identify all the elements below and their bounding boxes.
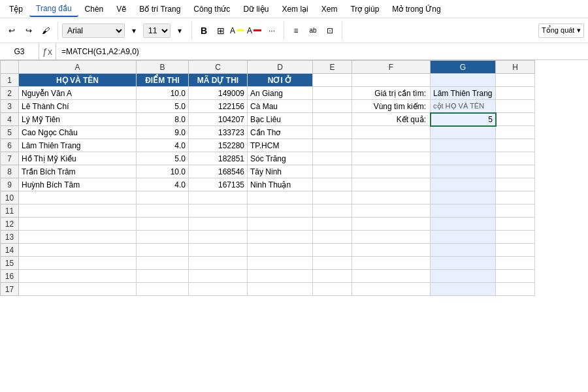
menu-chen[interactable]: Chèn (78, 2, 110, 16)
cell-d4[interactable]: Bạc Liêu (248, 113, 313, 126)
col-header-c[interactable]: C (189, 61, 248, 74)
cell-g6[interactable] (431, 139, 496, 152)
cell-h2 (496, 87, 535, 100)
cell-f5 (352, 126, 431, 139)
wrap-button[interactable]: ⊡ (322, 23, 338, 39)
cell-a9[interactable]: Huỳnh Bích Tâm (19, 178, 137, 191)
size-dropdown-icon: ▾ (172, 23, 188, 39)
formula-bar: G3 ƒx =MATCH(G1,A2:A9,0) (0, 43, 588, 60)
cell-reference[interactable]: G3 (0, 43, 39, 60)
cell-d8[interactable]: Tây Ninh (248, 165, 313, 178)
borders-button[interactable]: ⊞ (213, 23, 229, 39)
menu-trangdau[interactable]: Trang đầu (29, 1, 78, 17)
sheet-table-wrapper[interactable]: A B C D E F G H 1 HỌ VÀ TÊN ĐIỂM THI MÃ … (0, 60, 588, 296)
cell-b3[interactable]: 5.0 (137, 100, 189, 113)
menu-xem[interactable]: Xem (315, 2, 344, 16)
general-dropdown[interactable]: Tổng quát ▾ (538, 24, 584, 38)
table-row: 7 Hồ Thị Mỹ Kiều 5.0 182851 Sóc Trăng (1, 152, 535, 165)
cell-a1[interactable]: HỌ VÀ TÊN (19, 74, 137, 87)
cell-a8[interactable]: Trần Bích Trâm (19, 165, 137, 178)
cell-b7[interactable]: 5.0 (137, 152, 189, 165)
cell-c2[interactable]: 149009 (189, 87, 248, 100)
cell-c4[interactable]: 104207 (189, 113, 248, 126)
font-select[interactable]: Arial (62, 24, 125, 38)
cell-b2[interactable]: 10.0 (137, 87, 189, 100)
col-header-b[interactable]: B (137, 61, 189, 74)
table-row: 10 (1, 191, 535, 204)
cell-d3[interactable]: Cà Mau (248, 100, 313, 113)
cell-g3[interactable]: cột HỌ VÀ TÊN (431, 100, 496, 113)
menu-dulieu[interactable]: Dữ liệu (237, 2, 275, 16)
cell-f2: Giá trị cần tìm: (352, 87, 431, 100)
cell-d1[interactable]: NƠI Ở (248, 74, 313, 87)
col-header-d[interactable]: D (248, 61, 313, 74)
cell-c8[interactable]: 168546 (189, 165, 248, 178)
menu-trogiu[interactable]: Trợ giúp (344, 2, 385, 16)
cell-g9[interactable] (431, 178, 496, 191)
table-row: 9 Huỳnh Bích Tâm 4.0 167135 Ninh Thuận (1, 178, 535, 191)
cell-b5[interactable]: 9.0 (137, 126, 189, 139)
cell-h1 (496, 74, 535, 87)
undo-button[interactable]: ↩ (4, 23, 20, 39)
menu-tep[interactable]: Tệp (3, 2, 29, 16)
table-row: 5 Cao Ngọc Châu 9.0 133723 Cần Thơ (1, 126, 535, 139)
cell-a6[interactable]: Lâm Thiên Trang (19, 139, 137, 152)
formula-input[interactable]: =MATCH(G1,A2:A9,0) (56, 43, 588, 60)
bold-button[interactable]: B (196, 23, 212, 39)
cell-b1[interactable]: ĐIỂM THI (137, 74, 189, 87)
cell-g1[interactable] (431, 74, 496, 87)
cell-b8[interactable]: 10.0 (137, 165, 189, 178)
fill-color-button[interactable]: A (230, 23, 246, 39)
cell-d6[interactable]: TP.HCM (248, 139, 313, 152)
cell-b9[interactable]: 4.0 (137, 178, 189, 191)
cell-a2[interactable]: Nguyễn Văn A (19, 87, 137, 100)
cell-g8[interactable] (431, 165, 496, 178)
cell-a5[interactable]: Cao Ngọc Châu (19, 126, 137, 139)
redo-button[interactable]: ↪ (21, 23, 37, 39)
cell-h5 (496, 126, 535, 139)
cell-d7[interactable]: Sóc Trăng (248, 152, 313, 165)
cell-c1[interactable]: MÃ DỰ THI (189, 74, 248, 87)
menu-botritrang[interactable]: Bố trí Trang (133, 2, 187, 16)
font-color-button[interactable]: A (247, 23, 263, 39)
size-select[interactable]: 11 (143, 24, 171, 38)
table-row: 14 (1, 244, 535, 257)
cell-b4[interactable]: 8.0 (137, 113, 189, 126)
cell-c5[interactable]: 133723 (189, 126, 248, 139)
menu-congthuc[interactable]: Công thức (187, 2, 237, 16)
menu-xemlai[interactable]: Xem lại (275, 2, 314, 16)
cell-c3[interactable]: 122156 (189, 100, 248, 113)
table-row: 15 (1, 257, 535, 270)
row-num-6: 6 (1, 139, 19, 152)
cell-h7 (496, 152, 535, 165)
cell-e6 (313, 139, 352, 152)
cell-c9[interactable]: 167135 (189, 178, 248, 191)
cell-f8 (352, 165, 431, 178)
cell-a4[interactable]: Lý Mỹ Tiên (19, 113, 137, 126)
col-header-g[interactable]: G (431, 61, 496, 74)
col-header-f[interactable]: F (352, 61, 431, 74)
cell-a7[interactable]: Hồ Thị Mỹ Kiều (19, 152, 137, 165)
cell-c6[interactable]: 152280 (189, 139, 248, 152)
cell-h9 (496, 178, 535, 191)
col-header-e[interactable]: E (313, 61, 352, 74)
menu-ve[interactable]: Vẽ (110, 2, 133, 16)
cell-d5[interactable]: Cần Thơ (248, 126, 313, 139)
cell-c7[interactable]: 182851 (189, 152, 248, 165)
col-header-a[interactable]: A (19, 61, 137, 74)
ab-button[interactable]: ab (305, 23, 321, 39)
more-button[interactable]: ··· (264, 23, 280, 39)
cell-a3[interactable]: Lê Thành Chí (19, 100, 137, 113)
paint-format-button[interactable]: 🖌 (38, 23, 54, 39)
cell-d9[interactable]: Ninh Thuận (248, 178, 313, 191)
cell-d2[interactable]: An Giang (248, 87, 313, 100)
cell-b6[interactable]: 4.0 (137, 139, 189, 152)
menu-mortrong[interactable]: Mở trong Ứng (385, 2, 447, 16)
align-button[interactable]: ≡ (288, 23, 304, 39)
cell-g7[interactable] (431, 152, 496, 165)
cell-g2[interactable]: Lâm Thiên Trang (431, 87, 496, 100)
font-dropdown-icon: ▾ (126, 23, 142, 39)
col-header-h[interactable]: H (496, 61, 535, 74)
cell-g5[interactable] (431, 126, 496, 139)
cell-g4[interactable]: 5 (431, 113, 496, 126)
